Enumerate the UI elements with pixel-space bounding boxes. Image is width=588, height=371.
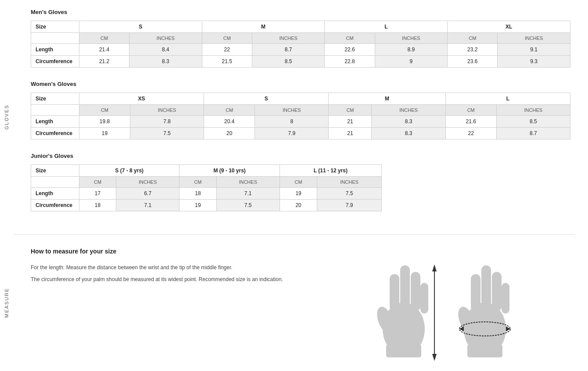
mens-s-cm: CM: [79, 33, 129, 44]
mens-s-header: S: [79, 21, 202, 33]
juniors-m-in: INCHES: [216, 177, 280, 188]
right-hand-group: [455, 265, 510, 357]
svg-rect-6: [386, 344, 421, 357]
measure-text-area: How to measure for your size For the len…: [31, 248, 338, 287]
juniors-gloves-section: Junior's Gloves Size S (7 - 8 yrs) M (9 …: [31, 153, 570, 211]
juniors-title: Junior's Gloves: [31, 153, 570, 159]
juniors-l-in: INCHES: [317, 177, 382, 188]
juniors-gloves-table: Size S (7 - 8 yrs) M (9 - 10 yrs) L (11 …: [31, 164, 382, 211]
svg-rect-16: [467, 344, 502, 357]
circ-desc: The circumference of your palm should be…: [31, 275, 338, 284]
juniors-circ-row: Circumference 18 7.1 19 7.5 20 7.9: [31, 200, 382, 211]
womens-gloves-table: Size XS S M L CM INCHES CM INCHES: [31, 93, 570, 139]
womens-title: Women's Gloves: [31, 81, 570, 87]
mens-gloves-table: Size S M L XL CM INCHES CM INCHES: [31, 21, 570, 68]
juniors-size-col-header: Size: [31, 165, 79, 177]
mens-size-col-header: Size: [31, 21, 79, 33]
juniors-s-cm: CM: [79, 177, 116, 188]
mens-xl-header: XL: [448, 21, 570, 33]
mens-m-in: INCHES: [252, 33, 325, 44]
womens-xs-in: INCHES: [130, 105, 204, 116]
womens-circ-row: Circumference 19 7.5 20 7.9 21 8.3 22 8.…: [31, 128, 570, 139]
hands-svg: [360, 248, 518, 362]
gloves-side-label: Gloves: [0, 0, 13, 234]
mens-m-header: M: [202, 21, 325, 33]
womens-l-cm: CM: [445, 105, 496, 116]
womens-l-header: L: [445, 93, 570, 105]
juniors-length-row: Length 17 6.7 18 7.1 19 7.5: [31, 188, 382, 200]
left-hand-group: [374, 264, 437, 361]
womens-m-in: INCHES: [372, 105, 445, 116]
mens-title: Men's Gloves: [31, 9, 570, 15]
svg-rect-3: [400, 265, 410, 311]
womens-s-cm: CM: [204, 105, 255, 116]
svg-rect-4: [411, 272, 420, 311]
mens-xl-cm: CM: [448, 33, 498, 44]
womens-m-cm: CM: [329, 105, 372, 116]
measure-illustration: [355, 248, 522, 362]
svg-rect-12: [471, 274, 480, 311]
juniors-m-header: M (9 - 10 yrs): [179, 165, 280, 177]
juniors-s-header: S (7 - 8 yrs): [79, 165, 179, 177]
womens-l-in: INCHES: [496, 105, 570, 116]
svg-rect-2: [390, 274, 399, 311]
womens-m-header: M: [329, 93, 445, 105]
svg-marker-9: [432, 354, 437, 361]
mens-xl-in: INCHES: [498, 33, 570, 44]
svg-rect-5: [420, 283, 428, 314]
juniors-l-header: L (11 - 12 yrs): [280, 165, 381, 177]
svg-marker-8: [432, 264, 437, 271]
juniors-s-in: INCHES: [116, 177, 179, 188]
svg-rect-14: [492, 272, 502, 311]
mens-s-in: INCHES: [129, 33, 202, 44]
womens-size-col-header: Size: [31, 93, 79, 105]
womens-length-row: Length 19.8 7.8 20.4 8 21 8.3 21.6 8.5: [31, 116, 570, 128]
mens-l-in: INCHES: [375, 33, 448, 44]
mens-l-header: L: [325, 21, 448, 33]
mens-circ-row: Circumference 21.2 8.3 21.5 8.5 22.8 9 2…: [31, 56, 570, 68]
svg-rect-15: [502, 283, 509, 314]
length-desc: For the length: Measure the distance bet…: [31, 264, 338, 272]
mens-length-row: Length 21.4 8.4 22 8.7 22.6 8.9 23.2 9.1: [31, 44, 570, 56]
womens-xs-cm: CM: [79, 105, 130, 116]
juniors-l-cm: CM: [280, 177, 317, 188]
womens-s-header: S: [204, 93, 329, 105]
juniors-m-cm: CM: [179, 177, 216, 188]
womens-s-in: INCHES: [255, 105, 329, 116]
measure-side-label: Measure: [0, 235, 13, 371]
mens-l-cm: CM: [325, 33, 375, 44]
svg-rect-13: [481, 265, 491, 311]
mens-gloves-section: Men's Gloves Size S M L XL CM: [31, 9, 570, 68]
mens-m-cm: CM: [202, 33, 252, 44]
how-to-title: How to measure for your size: [31, 248, 338, 255]
womens-xs-header: XS: [79, 93, 204, 105]
womens-gloves-section: Women's Gloves Size XS S M L CM: [31, 81, 570, 139]
